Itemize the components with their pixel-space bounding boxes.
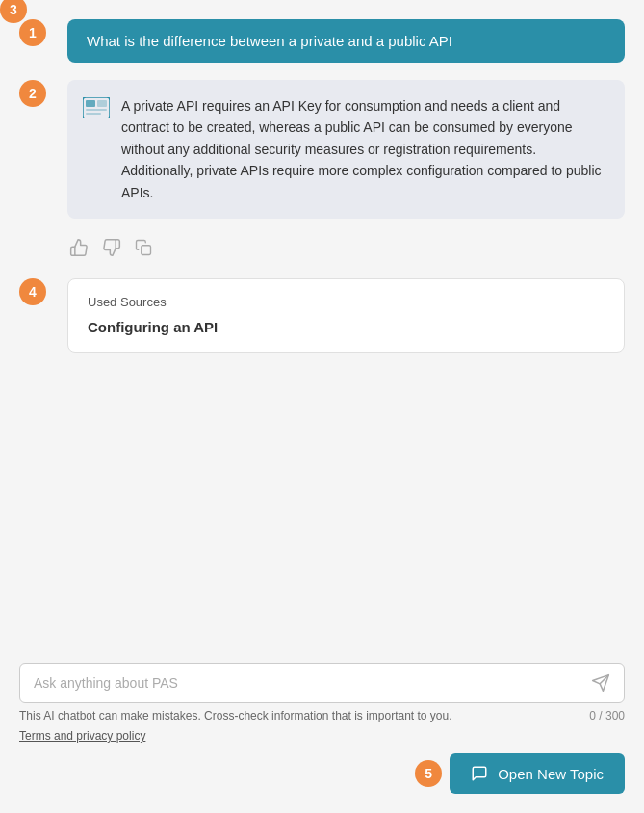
feedback-row: 3: [19, 236, 625, 259]
answer-row: 2 A private API requires an API Key for …: [19, 80, 625, 219]
sources-card: Used Sources Configuring an API: [67, 278, 625, 353]
bottom-area: This AI chatbot can make mistakes. Cross…: [19, 663, 625, 813]
answer-bubble-inner: A private API requires an API Key for co…: [83, 95, 609, 203]
thumbs-up-button[interactable]: [67, 236, 90, 259]
send-button[interactable]: [591, 673, 610, 693]
open-new-topic-label: Open New Topic: [498, 766, 604, 782]
svg-rect-5: [142, 246, 151, 255]
svg-rect-3: [86, 109, 107, 111]
sources-title: Used Sources: [88, 295, 605, 309]
step-badge-2: 2: [19, 80, 46, 107]
bottom-actions: 5 Open New Topic: [19, 753, 625, 794]
disclaimer-row: This AI chatbot can make mistakes. Cross…: [19, 709, 625, 722]
page-container: 1 What is the difference between a priva…: [0, 0, 644, 813]
sources-row: 4 Used Sources Configuring an API: [19, 278, 625, 353]
chat-icon: [471, 765, 488, 782]
answer-bubble: A private API requires an API Key for co…: [67, 80, 625, 219]
input-container: [19, 663, 625, 703]
svg-rect-1: [86, 100, 95, 107]
step-5-container: 5 Open New Topic: [415, 753, 625, 794]
copy-button[interactable]: [133, 237, 154, 258]
thumbs-down-button[interactable]: [100, 236, 123, 259]
ai-icon: [83, 97, 110, 122]
answer-text: A private API requires an API Key for co…: [121, 95, 609, 203]
svg-rect-2: [97, 100, 107, 107]
open-new-topic-button[interactable]: Open New Topic: [450, 753, 625, 794]
question-bubble: What is the difference between a private…: [67, 19, 625, 63]
terms-link[interactable]: Terms and privacy policy: [19, 729, 145, 743]
char-count: 0 / 300: [589, 709, 625, 722]
question-row: 1 What is the difference between a priva…: [19, 19, 625, 63]
step-badge-1: 1: [19, 19, 46, 46]
question-text: What is the difference between a private…: [87, 33, 452, 49]
chat-input[interactable]: [34, 675, 591, 691]
svg-rect-4: [86, 113, 101, 115]
step-badge-4: 4: [19, 278, 46, 305]
step-badge-5: 5: [415, 760, 442, 787]
sources-link[interactable]: Configuring an API: [88, 319, 218, 335]
disclaimer-text: This AI chatbot can make mistakes. Cross…: [19, 709, 452, 722]
